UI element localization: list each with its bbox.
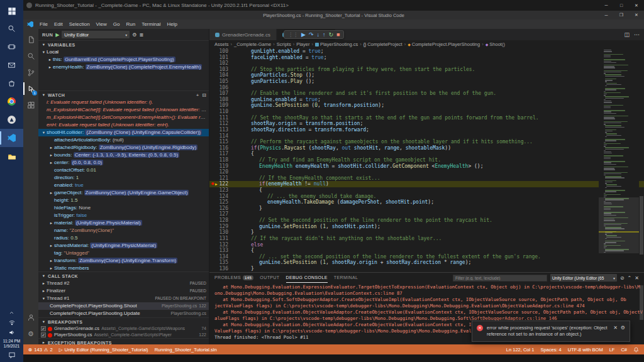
task-view-taskbar-icon[interactable]	[0, 38, 23, 56]
watch-row[interactable]: ▸Static members	[38, 265, 209, 272]
tray-expand-icon[interactable]	[0, 307, 23, 317]
code-line[interactable]: 127	[209, 211, 644, 217]
scrollbar-thumb[interactable]	[640, 196, 643, 255]
continue-icon[interactable]: ▶	[301, 32, 306, 38]
code-line[interactable]: 113shootRay.direction = transform.forwar…	[209, 127, 644, 133]
minimap-slider[interactable]	[599, 197, 639, 253]
code-line[interactable]: 114	[209, 133, 644, 140]
watch-row[interactable]: isTrigger: false	[38, 212, 209, 219]
step-into-icon[interactable]: ↓	[316, 32, 319, 38]
debug-session-select[interactable]: Unity Editor (Unity Editor (65 ▾	[550, 274, 617, 282]
watch-row[interactable]: enabled: true	[38, 182, 209, 189]
watch-row[interactable]: i: Evaluate request failed (Unknown iden…	[38, 99, 209, 106]
volume-icon[interactable]	[0, 327, 23, 337]
indentation-status[interactable]: Spaces: 4	[540, 347, 561, 353]
code-line[interactable]: 130}	[209, 229, 644, 236]
callstack-thread[interactable]: ▸Thread #2PAUSED	[38, 280, 209, 287]
menu-terminal[interactable]: Terminal	[138, 21, 164, 27]
start-taskbar-icon[interactable]	[0, 1, 23, 19]
close-icon[interactable]: ✕	[629, 0, 644, 11]
breakpoint-row[interactable]: ✓PlayerShooting.csAssets\_Complete-Game\…	[38, 332, 209, 338]
code-line[interactable]: 131// If the raycast didn't hit anything…	[209, 236, 644, 242]
code-line[interactable]: 128// Set the second position of the lin…	[209, 217, 644, 224]
panel-tab-output[interactable]: OUTPUT	[260, 273, 279, 283]
code-line[interactable]: 123{	[209, 187, 644, 194]
run-and-debug-icon[interactable]: 1	[23, 80, 38, 97]
accounts-icon[interactable]	[23, 309, 38, 326]
watch-row[interactable]: name: "ZomBunny(Clone)"	[38, 227, 209, 234]
language-status[interactable]: C#	[621, 347, 627, 353]
bell-icon[interactable]	[633, 347, 639, 353]
breadcrumb-item[interactable]: Scripts	[277, 41, 291, 47]
code-line[interactable]: 135gunLine.SetPosition (1, shootRay.orig…	[209, 260, 644, 266]
explorer-icon[interactable]	[23, 31, 38, 48]
stack-frame[interactable]: CompleteProject.PlayerShooting.UpdatePla…	[38, 310, 209, 317]
code-line[interactable]: 111// Set the shootRay so that it starts…	[209, 115, 644, 121]
variables-header[interactable]: ▾ VARIABLES	[38, 41, 209, 48]
call-stack-header[interactable]: ▾ CALL STACK	[38, 272, 209, 280]
panel-tab-debug-console[interactable]: DEBUG CONSOLE	[286, 273, 328, 283]
code-line[interactable]: 129gunLine.SetPosition (1, shootHit.poin…	[209, 224, 644, 230]
menu-view[interactable]: View	[93, 21, 110, 27]
minimize-icon[interactable]: ─	[599, 0, 614, 11]
menu-file[interactable]: File	[36, 21, 51, 27]
checkbox-checked-icon[interactable]: ✓	[41, 332, 46, 337]
watch-row[interactable]: ▸attachedRigidbody: ZomBunny(Clone) (Uni…	[38, 144, 209, 151]
code-line[interactable]: 115// Perform the raycast against gameob…	[209, 139, 644, 145]
start-debugging-icon[interactable]: ▶	[55, 32, 59, 38]
editor-scrollbar[interactable]	[639, 48, 644, 272]
gear-icon[interactable]: ⚙	[132, 32, 136, 38]
code-line[interactable]: 107// Enable the line renderer and set i…	[209, 90, 644, 97]
code-line[interactable]: 132else	[209, 242, 644, 248]
breadcrumb-item[interactable]: Assets	[214, 41, 229, 47]
unity-taskbar-icon[interactable]	[0, 111, 23, 129]
maximize-panel-icon[interactable]: ⌃	[628, 275, 632, 281]
exception-breakpoints-header[interactable]: ▸ EXCEPTION BREAKPOINTS	[38, 339, 209, 344]
minimap[interactable]	[599, 48, 639, 272]
callstack-thread[interactable]: ▸FinalizerPAUSED	[38, 287, 209, 295]
watch-row[interactable]: ▸sharedMaterial: (UnityEngine.PhysicMate…	[38, 242, 209, 250]
taskbar-clock[interactable]: 11:24 PM 1/9/2021	[3, 339, 20, 349]
drag-handle[interactable]: ⋮⋮	[288, 32, 298, 38]
chrome-taskbar-icon[interactable]	[0, 92, 23, 111]
watch-row[interactable]: radius: 0.5	[38, 234, 209, 242]
code-line[interactable]: 103// Stop the particles from playing if…	[209, 67, 644, 73]
debug-config-select[interactable]: Unity Editor ▾	[62, 31, 130, 38]
watch-row[interactable]: hideFlags: None	[38, 204, 209, 212]
code-line[interactable]: 112shootRay.origin = transform.position;	[209, 121, 644, 127]
variables-scope[interactable]: ▾Local	[38, 48, 209, 56]
code-line[interactable]: 119EnemyHealth enemyHealth = shootHit.co…	[209, 163, 644, 170]
code-line[interactable]: 124// ... the enemy should take damage.	[209, 194, 644, 200]
extensions-icon[interactable]	[23, 97, 38, 113]
breadcrumb-item[interactable]: {}CompleteProject	[364, 41, 402, 47]
stop-icon[interactable]: ■	[336, 32, 340, 38]
breadcrumb-item[interactable]: PlayerShooting.cs	[315, 41, 358, 47]
action-center-icon[interactable]	[0, 350, 23, 360]
panel-tab-terminal[interactable]: TERMINAL	[334, 273, 358, 283]
console-scrollbar[interactable]	[640, 285, 643, 320]
code-line[interactable]: 125enemyHealth.TakeDamage (damagePerShot…	[209, 199, 644, 206]
code-editor[interactable]: 100gunLight.enabled = true;101faceLight.…	[209, 48, 644, 272]
cursor-position[interactable]: Ln 122, Col 1	[506, 347, 535, 353]
encoding-status[interactable]: UTF-8 with BOM	[568, 347, 603, 353]
more-actions-icon[interactable]: ⋯	[634, 31, 640, 38]
code-line[interactable]: 102	[209, 60, 644, 67]
code-line[interactable]: 110	[209, 109, 644, 115]
debug-target-status[interactable]: ▷ Unity Editor (Running_Shooter_Tutorial…	[59, 347, 148, 353]
menu-go[interactable]: Go	[110, 21, 123, 27]
stack-frame[interactable]: CompleteProject.PlayerShooting.ShootPlay…	[38, 302, 209, 310]
watch-header[interactable]: ▾ WATCH + ⊟	[38, 91, 209, 99]
code-line[interactable]: 104gunParticles.Stop ();	[209, 72, 644, 79]
gear-icon[interactable]: ⚙	[621, 325, 625, 331]
search-taskbar-icon[interactable]	[0, 19, 23, 38]
code-line[interactable]: 134// ... set the second position of the…	[209, 254, 644, 260]
watch-row[interactable]: ▸gameObject: ZomBunny(Clone) (UnityEngin…	[38, 189, 209, 197]
callstack-thread[interactable]: ▾Thread #1PAUSED ON BREAKPOINT	[38, 295, 209, 302]
maximize-icon[interactable]: □	[614, 0, 629, 11]
source-control-icon[interactable]	[23, 64, 38, 80]
menu-edit[interactable]: Edit	[51, 21, 66, 27]
menu-help[interactable]: Help	[164, 21, 180, 27]
search-icon[interactable]	[23, 48, 38, 64]
breadcrumb-item[interactable]: _Complete-Game	[234, 41, 271, 47]
store-taskbar-icon[interactable]	[0, 74, 23, 92]
